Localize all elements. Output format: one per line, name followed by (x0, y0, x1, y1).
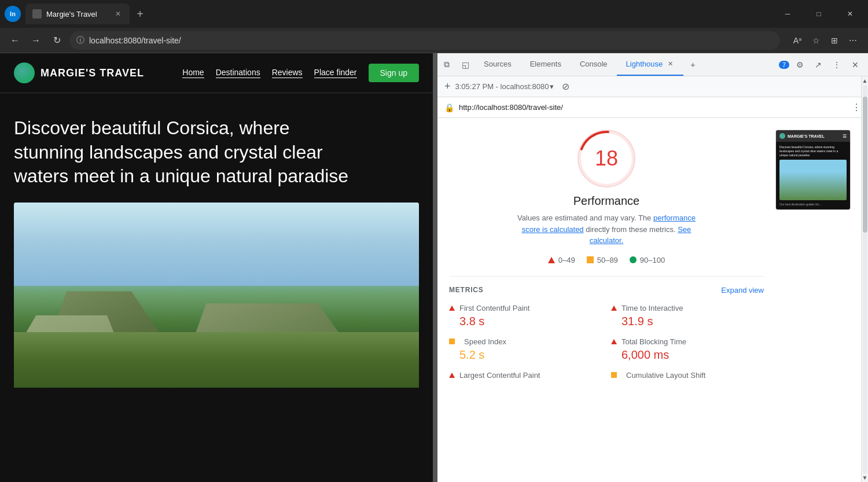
session-dropdown-icon: ▾ (550, 82, 554, 91)
preview-footer-text: Our best destination guides for... (779, 203, 847, 206)
preview-header: MARGIE'S TRAVEL ≡ (776, 130, 850, 142)
cls-name: Cumulative Layout Shift (626, 371, 705, 380)
tab-lighthouse-label: Lighthouse (626, 60, 663, 68)
tab-title: Margie's Travel (46, 10, 97, 19)
devtools-secondary-bar: + 3:05:27 PM - localhost:8080 ▾ ⊘ (437, 76, 868, 97)
url-more-button[interactable]: ⋮ (852, 102, 861, 113)
si-icon (449, 338, 455, 344)
devtools-more-button[interactable]: ⋮ (829, 57, 845, 73)
si-name: Speed Index (464, 337, 506, 346)
metric-cls: Cumulative Layout Shift (611, 371, 764, 380)
nav-link-home[interactable]: Home (182, 68, 204, 78)
devtools-inspect-button[interactable]: ◱ (456, 53, 475, 76)
hero-text: Discover beautiful Corsica, where stunni… (14, 116, 361, 189)
clear-session-button[interactable]: ⊘ (558, 80, 572, 94)
fcp-icon (449, 306, 455, 311)
close-button[interactable]: ✕ (837, 5, 863, 23)
score-label: Performance (449, 194, 764, 208)
issues-badge[interactable]: 7 (779, 61, 789, 69)
profile-button[interactable]: In (5, 6, 21, 22)
tbt-name: Total Blocking Time (621, 337, 686, 346)
metric-fcp: First Contentful Paint 3.8 s (449, 304, 602, 328)
tab-elements-label: Elements (530, 60, 561, 68)
nav-link-reviews[interactable]: Reviews (272, 68, 303, 78)
foreground (14, 332, 419, 388)
restore-button[interactable]: □ (806, 5, 832, 23)
url-text: http://localhost:8080/travel-site/ (459, 103, 847, 112)
tab-elements[interactable]: Elements (521, 53, 571, 76)
divider-line (449, 276, 764, 277)
preview-hero-text: Discover beautiful Corsica, where stunni… (779, 145, 847, 157)
logo-text: MARGIE'S TRAVEL (41, 67, 144, 79)
minimize-button[interactable]: ─ (774, 5, 801, 23)
score-desc2-text: directly from these metrics. (586, 225, 675, 234)
panel-divider[interactable] (433, 53, 437, 482)
scrollbar-thumb[interactable] (863, 97, 867, 233)
settings-button[interactable]: ⚙ (792, 57, 808, 73)
devtools-close-button[interactable]: ✕ (847, 57, 863, 73)
score-legend: 0–49 50–89 90–100 (449, 256, 764, 264)
metric-fcp-header: First Contentful Paint (449, 304, 602, 312)
fcp-name: First Contentful Paint (459, 304, 529, 312)
lcp-icon (449, 373, 455, 378)
session-dropdown[interactable]: 3:05:27 PM - localhost:8080 ▾ (455, 82, 554, 91)
tab-sources[interactable]: Sources (475, 53, 521, 76)
legend-poor-icon (548, 257, 555, 263)
scrollbar-track[interactable] (863, 85, 867, 473)
expand-view-button[interactable]: Expand view (721, 286, 764, 295)
scroll-down-button[interactable]: ▼ (862, 474, 868, 481)
metric-tti: Time to Interactive 31.9 s (611, 304, 764, 328)
forward-button[interactable]: → (28, 32, 44, 49)
metric-tbt-header: Total Blocking Time (611, 337, 764, 346)
nav-link-destinations[interactable]: Destinations (216, 68, 260, 78)
refresh-button[interactable]: ↻ (49, 32, 65, 49)
main-area: MARGIE'S TRAVEL Home Destinations Review… (0, 53, 868, 482)
nav-right-buttons: Aᵃ ☆ ⊞ ⋯ (789, 32, 861, 49)
address-bar[interactable]: ⓘ localhost:8080/travel-site/ (69, 31, 780, 50)
tab-console-label: Console (580, 60, 608, 68)
preview-frame: MARGIE'S TRAVEL ≡ Discover beautiful Cor… (775, 130, 851, 210)
site-header: MARGIE'S TRAVEL Home Destinations Review… (0, 53, 433, 93)
tab-lighthouse[interactable]: Lighthouse ✕ (617, 53, 684, 76)
signup-button[interactable]: Sign up (369, 64, 419, 82)
more-button[interactable]: ⋯ (845, 32, 861, 49)
collections-button[interactable]: ⊞ (826, 32, 843, 49)
legend-good: 90–100 (630, 256, 665, 264)
session-info: 3:05:27 PM - localhost:8080 ▾ (455, 82, 554, 91)
devtools-dock-button[interactable]: ⧉ (437, 53, 456, 76)
remote-debug-button[interactable]: ↗ (810, 57, 826, 73)
add-tab-button[interactable]: + (683, 53, 702, 76)
tti-name: Time to Interactive (621, 304, 683, 312)
tti-value: 31.9 s (621, 315, 764, 328)
right-scrollbar[interactable]: ▲ ▼ (861, 76, 868, 482)
nav-link-place-finder[interactable]: Place finder (314, 68, 357, 78)
legend-good-label: 90–100 (640, 256, 665, 264)
back-button[interactable]: ← (7, 32, 23, 49)
add-session-button[interactable]: + (444, 80, 451, 93)
score-description: Values are estimated and may vary. The p… (508, 212, 705, 246)
metric-tbt: Total Blocking Time 6,000 ms (611, 337, 764, 362)
metric-lcp: Largest Contentful Paint (449, 371, 602, 380)
devtools-action-buttons: 7 ⚙ ↗ ⋮ ✕ (774, 53, 868, 76)
scroll-up-button[interactable]: ▲ (862, 78, 868, 84)
website-viewport: MARGIE'S TRAVEL Home Destinations Review… (0, 53, 433, 482)
score-desc-text: Values are estimated and may vary. The (517, 214, 651, 222)
tab-close-button[interactable]: ✕ (113, 9, 123, 19)
metric-si-header: Speed Index (449, 337, 602, 346)
site-logo: MARGIE'S TRAVEL (14, 62, 144, 83)
favorites-button[interactable]: ☆ (808, 32, 824, 49)
cls-icon (611, 372, 617, 378)
metric-si: Speed Index 5.2 s (449, 337, 602, 362)
tab-console[interactable]: Console (571, 53, 617, 76)
new-tab-button[interactable]: + (132, 6, 148, 22)
site-nav: Home Destinations Reviews Place finder S… (182, 64, 419, 82)
metrics-grid: First Contentful Paint 3.8 s Time to Int… (449, 304, 764, 380)
legend-poor-label: 0–49 (558, 256, 575, 264)
profile-label: In (10, 10, 16, 17)
tab-bar: Margie's Travel ✕ + (25, 3, 770, 24)
url-security-icon: 🔒 (444, 103, 454, 112)
active-tab[interactable]: Margie's Travel ✕ (25, 3, 130, 24)
translate-button[interactable]: Aᵃ (789, 32, 806, 49)
devtools-toolbar: ⧉ ◱ Sources Elements Console Lighthouse … (437, 53, 868, 76)
tab-lighthouse-close[interactable]: ✕ (666, 60, 674, 68)
